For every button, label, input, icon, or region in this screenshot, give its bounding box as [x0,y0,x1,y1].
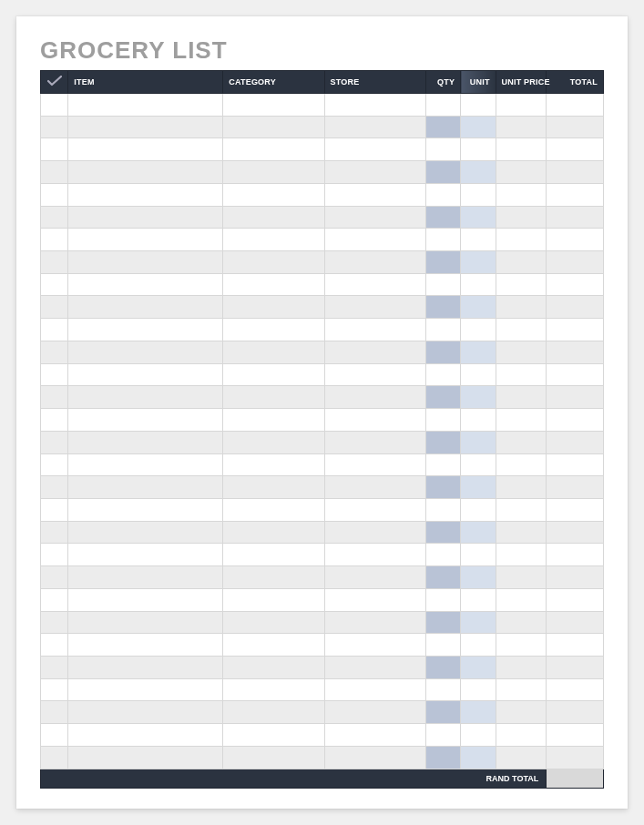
cell-item[interactable] [68,363,223,386]
cell-check[interactable] [41,386,68,409]
cell-total[interactable] [547,386,604,409]
cell-unit[interactable] [461,273,496,296]
cell-check[interactable] [41,229,68,251]
cell-store[interactable] [324,566,425,589]
cell-qty[interactable] [425,206,460,229]
cell-store[interactable] [324,273,425,296]
cell-check[interactable] [41,566,68,589]
cell-store[interactable] [324,498,425,521]
cell-check[interactable] [41,588,68,611]
cell-item[interactable] [68,251,223,274]
cell-category[interactable] [223,296,324,319]
cell-category[interactable] [223,588,324,611]
cell-total[interactable] [547,724,604,747]
cell-category[interactable] [223,116,324,138]
cell-qty[interactable] [425,453,460,476]
cell-qty[interactable] [425,521,460,544]
cell-unit[interactable] [461,724,496,747]
cell-item[interactable] [68,296,223,319]
cell-qty[interactable] [425,161,460,184]
cell-qty[interactable] [425,319,460,341]
cell-item[interactable] [68,521,223,544]
cell-item[interactable] [68,453,223,476]
cell-category[interactable] [223,363,324,386]
cell-check[interactable] [41,94,68,117]
cell-check[interactable] [41,363,68,386]
cell-total[interactable] [547,183,604,206]
cell-check[interactable] [41,273,68,296]
cell-store[interactable] [324,453,425,476]
cell-unit[interactable] [461,746,496,769]
cell-store[interactable] [324,746,425,769]
cell-check[interactable] [41,206,68,229]
cell-unit-price[interactable] [496,453,547,476]
cell-qty[interactable] [425,476,460,499]
cell-item[interactable] [68,116,223,138]
cell-total[interactable] [547,116,604,138]
cell-item[interactable] [68,319,223,341]
cell-check[interactable] [41,521,68,544]
cell-qty[interactable] [425,94,460,117]
cell-check[interactable] [41,341,68,363]
cell-unit-price[interactable] [496,386,547,409]
cell-store[interactable] [324,588,425,611]
cell-category[interactable] [223,656,324,678]
cell-unit[interactable] [461,611,496,634]
cell-unit-price[interactable] [496,183,547,206]
cell-unit-price[interactable] [496,229,547,251]
cell-store[interactable] [324,544,425,566]
cell-item[interactable] [68,611,223,634]
cell-check[interactable] [41,161,68,184]
cell-unit-price[interactable] [496,319,547,341]
cell-category[interactable] [223,521,324,544]
cell-unit[interactable] [461,431,496,453]
cell-category[interactable] [223,319,324,341]
cell-qty[interactable] [425,431,460,453]
cell-check[interactable] [41,611,68,634]
cell-total[interactable] [547,566,604,589]
cell-unit-price[interactable] [496,206,547,229]
cell-unit[interactable] [461,138,496,161]
cell-qty[interactable] [425,273,460,296]
cell-unit-price[interactable] [496,724,547,747]
cell-unit-price[interactable] [496,161,547,184]
cell-item[interactable] [68,634,223,657]
cell-qty[interactable] [425,296,460,319]
cell-check[interactable] [41,296,68,319]
cell-unit[interactable] [461,701,496,724]
cell-check[interactable] [41,701,68,724]
cell-unit[interactable] [461,251,496,274]
cell-total[interactable] [547,341,604,363]
cell-unit-price[interactable] [496,341,547,363]
cell-qty[interactable] [425,746,460,769]
cell-qty[interactable] [425,544,460,566]
cell-item[interactable] [68,588,223,611]
cell-unit[interactable] [461,453,496,476]
cell-total[interactable] [547,678,604,701]
cell-unit-price[interactable] [496,521,547,544]
cell-qty[interactable] [425,386,460,409]
cell-category[interactable] [223,678,324,701]
cell-category[interactable] [223,229,324,251]
cell-category[interactable] [223,386,324,409]
cell-total[interactable] [547,229,604,251]
cell-unit[interactable] [461,656,496,678]
cell-item[interactable] [68,206,223,229]
cell-qty[interactable] [425,138,460,161]
cell-qty[interactable] [425,611,460,634]
cell-total[interactable] [547,431,604,453]
cell-store[interactable] [324,161,425,184]
cell-unit-price[interactable] [496,544,547,566]
cell-check[interactable] [41,453,68,476]
cell-store[interactable] [324,701,425,724]
cell-category[interactable] [223,94,324,117]
cell-store[interactable] [324,94,425,117]
cell-category[interactable] [223,138,324,161]
cell-unit-price[interactable] [496,251,547,274]
cell-unit[interactable] [461,498,496,521]
cell-unit[interactable] [461,521,496,544]
cell-category[interactable] [223,566,324,589]
cell-qty[interactable] [425,566,460,589]
cell-total[interactable] [547,701,604,724]
cell-unit[interactable] [461,363,496,386]
